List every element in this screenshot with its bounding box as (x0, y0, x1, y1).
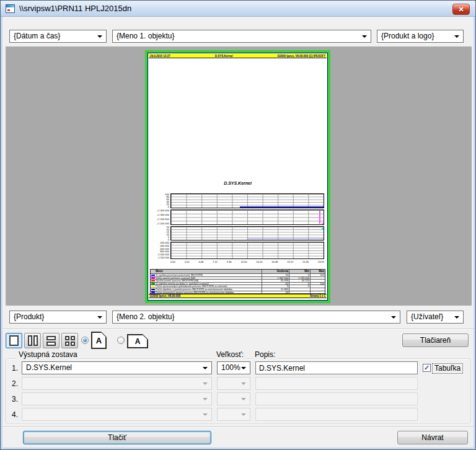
chart-y-tick: 0 (168, 239, 169, 240)
legend-value: 45 056 (262, 280, 289, 282)
object2-combo[interactable]: {Meno 2. objektu} (112, 311, 400, 324)
layout-2up-vertical-icon (28, 335, 38, 346)
report-combo-4 (22, 408, 212, 421)
layout-4up-button[interactable] (61, 333, 78, 348)
title-bar[interactable]: \\srvipsw1\PRN11 HPLJ2015dn ✕ (1, 1, 475, 17)
size-combo-3 (217, 392, 250, 405)
preview-page-inner: 29.9.2015 13:27 D.SYS.Kernel D2000 Ipeso… (148, 53, 328, 301)
legend-value (310, 277, 325, 280)
desc-input-2 (255, 377, 418, 390)
legend-swatch-cell (151, 291, 156, 294)
legend-value: 24 (262, 291, 289, 294)
datetime-combo[interactable]: {Dátum a čas} (9, 30, 107, 43)
desc-input-1[interactable] (255, 361, 418, 374)
legend-value (310, 280, 325, 282)
legend-row: % voľného miesta na disku C: počítača sr… (151, 282, 325, 285)
output-group-label: Výstupná zostava (17, 350, 79, 360)
close-button[interactable]: ✕ (452, 4, 470, 15)
legend-value (289, 291, 310, 294)
chart-y-tick: 0 (168, 206, 169, 208)
layout-1up-icon (9, 335, 19, 346)
chart-x-tick: 7:12 (213, 260, 218, 264)
chart-x-tick: 16:48 (271, 260, 278, 264)
legend-value: 12 480 (262, 288, 289, 291)
desc-input-4 (255, 408, 418, 421)
chart-marker (322, 223, 324, 224)
portrait-page-icon[interactable]: A (91, 332, 107, 349)
legend-swatch-cell (151, 288, 156, 291)
layout-2up-horizontal-icon (46, 336, 56, 346)
printer-button[interactable]: Tlačiareň (402, 333, 469, 347)
user-combo[interactable]: {Užívateľ} (407, 311, 464, 324)
dropdown-arrow-icon (241, 413, 246, 416)
layout-1up-button[interactable] (6, 333, 22, 348)
legend-name: Počet objektov v pamäti procesu SELF.KRN… (156, 288, 262, 291)
layout-2up-vertical-button[interactable] (24, 333, 41, 348)
size-column-label: Veľkosť: (214, 350, 245, 360)
layout-4up-icon (65, 336, 75, 346)
desc-column-label: Popis: (253, 350, 277, 360)
page-footer-right: Strana 1 z 1 (310, 294, 325, 298)
portrait-radio[interactable] (81, 337, 89, 344)
chart-x-tick: 0:00 (170, 260, 175, 264)
product-logo-combo-value: {Produkt a logo} (381, 32, 434, 40)
product-logo-combo[interactable]: {Produkt a logo} (377, 30, 464, 43)
legend-value (310, 285, 325, 288)
dropdown-arrow-icon (203, 367, 208, 369)
layout-2up-horizontal-button[interactable] (43, 333, 60, 348)
preview-legend: MenoHodnotaMinMax% využitia procesora pr… (150, 269, 325, 297)
legend-swatch-cell (151, 285, 156, 288)
report-combo-1[interactable]: D.SYS.Kernel (22, 361, 212, 374)
row3-index: 3. (12, 395, 18, 404)
dropdown-arrow-icon (241, 382, 246, 385)
object1-combo[interactable]: {Meno 1. objektu} (112, 30, 371, 43)
window-icon (6, 4, 15, 13)
chart-x-tick: 9:36 (227, 260, 232, 264)
row2-index: 2. (12, 379, 18, 388)
chart-y-labels: 2520151050 (153, 226, 170, 240)
chart-marker (322, 228, 324, 230)
legend-swatch-cell (151, 270, 156, 273)
product-combo[interactable]: {Produkt} (9, 311, 107, 324)
chart-panel: +1 400 000+1 300 000+1 200 000+1 100 000 (153, 210, 324, 225)
table-checkbox[interactable]: ✓ (423, 364, 431, 372)
chart-panel: -200 000-400 000-600 000-800 000-1 000 0… (153, 242, 324, 259)
back-button[interactable]: Návrat (397, 431, 468, 444)
chart-y-tick: +1 400 000 (157, 210, 169, 212)
legend-value: 0 (289, 274, 310, 276)
legend-value: 44 120 (289, 280, 310, 282)
size-combo-1[interactable]: 100% (217, 361, 250, 374)
landscape-radio[interactable] (117, 337, 125, 344)
window-title: \\srvipsw1\PRN11 HPLJ2015dn (19, 4, 131, 13)
legend-header-row: MenoHodnotaMinMax (151, 270, 325, 273)
chart-series-line (247, 239, 324, 239)
table-checkbox-label[interactable]: Tabuľka (432, 363, 463, 374)
dropdown-arrow-icon (203, 398, 208, 400)
legend-row: Počet objektov v pamäti procesu SELF.KRN… (151, 288, 325, 291)
chart-series-vline (319, 211, 320, 224)
legend-value: 1 233 000 (289, 277, 310, 280)
landscape-page-icon[interactable]: A (127, 334, 148, 348)
dropdown-arrow-icon (362, 35, 367, 38)
legend-header-col: Min (289, 270, 310, 273)
legend-value: 62 (262, 283, 289, 285)
legend-swatch-cell (151, 280, 156, 282)
page-footer-bar: D2000 Ipeso, V8.00.000 Strana 1 z 1 (149, 294, 327, 298)
report-combo-1-value: D.SYS.Kernel (26, 363, 72, 372)
chart-plot (170, 210, 324, 225)
chart-x-tick: 14:24 (256, 260, 262, 264)
size-combo-1-value: 100% (221, 363, 240, 372)
print-button[interactable]: Tlačiť (23, 431, 211, 444)
chart-y-labels: +1 400 000+1 300 000+1 200 000+1 100 000 (153, 210, 170, 225)
product-combo-value: {Produkt} (14, 312, 44, 321)
page-header-right: D2000 Ipeso, V8.00.000 (C) IPESOFT (278, 54, 325, 58)
report-combo-2 (22, 377, 212, 390)
separator (2, 329, 474, 330)
chart-panel: 100806040200 (153, 193, 324, 208)
size-combo-2 (217, 377, 250, 390)
chart-y-tick: +1 200 000 (157, 218, 169, 221)
legend-name: % voľného miesta na disku C: počítača sr… (156, 283, 262, 285)
chart-y-labels: 100806040200 (153, 193, 170, 208)
legend-swatch-cell (151, 277, 156, 280)
page-header-bar: 29.9.2015 13:27 D.SYS.Kernel D2000 Ipeso… (149, 54, 327, 58)
